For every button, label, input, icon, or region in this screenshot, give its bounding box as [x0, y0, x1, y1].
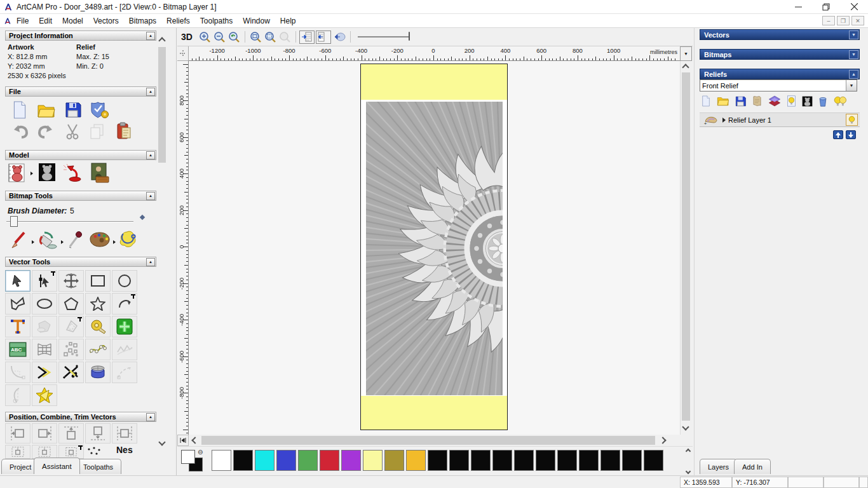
invert-relief-layer-icon[interactable] — [802, 96, 813, 107]
colour-swatch[interactable] — [536, 450, 555, 471]
primary-colour-swatch[interactable] — [181, 450, 195, 464]
text-on-curve-tool[interactable]: ABC — [5, 339, 31, 360]
assistant-scrollbar[interactable] — [158, 33, 167, 447]
ruler-origin-button[interactable] — [177, 46, 189, 61]
colour-swatch[interactable] — [320, 450, 339, 471]
scroll-down-icon[interactable] — [158, 438, 165, 445]
flyout-arrow-icon[interactable] — [32, 240, 34, 244]
distort-vectors-tool[interactable] — [32, 339, 57, 360]
open-relief-icon[interactable] — [717, 96, 729, 106]
palette-scroll-up-icon[interactable] — [686, 449, 691, 454]
menu-file[interactable]: File — [11, 15, 34, 27]
mdi-close-button[interactable]: ✕ — [851, 16, 864, 25]
fillet-tool[interactable] — [5, 362, 31, 383]
flyout-arrow-icon[interactable] — [61, 240, 64, 244]
scroll-right-icon[interactable] — [659, 437, 666, 444]
scroll-down-icon[interactable] — [682, 423, 689, 430]
align-bottom-tool[interactable] — [85, 423, 111, 444]
colour-swatch[interactable] — [622, 450, 642, 471]
nest-vectors-label[interactable]: Nes — [116, 445, 133, 455]
colour-picker-icon[interactable] — [67, 230, 84, 249]
toggle-vector-view-button[interactable] — [316, 30, 331, 44]
wrap-vectors-tool[interactable] — [32, 384, 57, 406]
restore-button[interactable] — [812, 0, 840, 13]
zoom-previous-icon[interactable] — [227, 30, 241, 44]
center-horizontal-tool[interactable] — [32, 445, 57, 459]
colour-swatch[interactable] — [514, 450, 534, 471]
model-properties-icon[interactable] — [90, 100, 109, 119]
create-polygon-tool[interactable] — [58, 293, 84, 315]
scroll-up-icon[interactable] — [158, 37, 165, 44]
colour-swatch[interactable] — [492, 450, 512, 471]
new-model-icon[interactable] — [11, 101, 28, 119]
nesting-dots-icon[interactable] — [86, 446, 103, 456]
2d-view-canvas[interactable] — [189, 61, 680, 435]
align-left-tool[interactable] — [5, 423, 31, 444]
delete-relief-layer-icon[interactable] — [818, 96, 827, 107]
collapse-panel-button[interactable]: ▲ — [849, 70, 858, 79]
envelope-distortion-tool[interactable] — [85, 362, 111, 383]
bitmap-doctor-icon[interactable] — [118, 230, 139, 249]
menu-model[interactable]: Model — [57, 15, 88, 27]
collapse-section-button[interactable]: ▲ — [146, 32, 155, 40]
smooth-spline-tool[interactable] — [112, 339, 137, 360]
colour-swatch[interactable] — [212, 450, 231, 471]
create-rectangle-tool[interactable] — [85, 270, 111, 292]
copy-icon[interactable] — [89, 123, 105, 140]
tab-add-in[interactable]: Add In — [734, 459, 771, 474]
move-layer-up-button[interactable] — [833, 130, 843, 139]
mdi-restore-button[interactable]: ❐ — [837, 16, 850, 25]
colour-swatch[interactable] — [276, 450, 296, 471]
menu-reliefs[interactable]: Reliefs — [161, 15, 195, 27]
zoom-objects-icon[interactable] — [263, 30, 278, 44]
ruler-units-dropdown[interactable]: ▼ — [680, 46, 692, 61]
relief-layers-icon[interactable] — [768, 95, 781, 107]
transform-vectors-tool[interactable] — [58, 270, 84, 292]
collapse-section-button[interactable]: ▲ — [146, 88, 155, 96]
relief-layer-row[interactable]: + Relief Layer 1 — [700, 112, 860, 127]
link-colours-icon[interactable]: ⊖ — [198, 449, 203, 456]
colour-swatch[interactable] — [384, 450, 404, 471]
primary-secondary-colour-selector[interactable]: ⊖ — [181, 450, 207, 473]
reliefs-panel-header[interactable]: Reliefs ▲ — [700, 69, 860, 79]
scrollbar-thumb[interactable] — [201, 436, 655, 445]
relief-selector-dropdown[interactable]: Front Relief ▼ — [700, 79, 857, 92]
canvas-vertical-scrollbar[interactable] — [680, 61, 691, 435]
menu-edit[interactable]: Edit — [34, 15, 57, 27]
position-combine-trim-header[interactable]: Position, Combine, Trim Vectors ▲ — [5, 412, 156, 422]
bitmaps-panel-header[interactable]: Bitmaps ▼ — [700, 49, 860, 60]
bitmap-tools-header[interactable]: Bitmap Tools ▲ — [5, 191, 156, 201]
flyout-arrow-icon[interactable] — [113, 240, 116, 244]
colour-swatch[interactable] — [471, 450, 491, 471]
ruler-toggle-button[interactable] — [177, 435, 189, 446]
zoom-selection-icon[interactable] — [278, 30, 292, 44]
create-polyline-tool[interactable] — [5, 293, 31, 315]
paste-icon[interactable] — [116, 122, 132, 140]
minimize-button[interactable] — [784, 0, 812, 13]
colour-swatch[interactable] — [557, 450, 577, 471]
tab-layers[interactable]: Layers — [700, 459, 737, 474]
set-model-size-icon[interactable] — [8, 163, 27, 183]
zoom-in-icon[interactable] — [198, 30, 212, 44]
create-star-tool[interactable] — [85, 293, 111, 315]
menu-bitmaps[interactable]: Bitmaps — [124, 15, 161, 27]
redo-icon[interactable] — [37, 125, 53, 139]
center-vectors-tool[interactable] — [112, 423, 137, 444]
collapse-section-button[interactable]: ▲ — [146, 192, 155, 200]
colour-swatch[interactable] — [644, 450, 663, 471]
toggle-bitmap-view-button[interactable] — [299, 30, 315, 44]
create-text-tool[interactable] — [5, 316, 31, 337]
spline-tools-tool[interactable] — [112, 362, 137, 383]
paint-brush-icon[interactable] — [10, 231, 28, 249]
menu-toolpaths[interactable]: Toolpaths — [195, 15, 238, 27]
brush-diameter-slider-track[interactable] — [6, 221, 133, 222]
scrollbar-thumb[interactable] — [682, 72, 690, 421]
previous-view-icon[interactable] — [332, 30, 347, 44]
move-layer-down-button[interactable] — [846, 130, 856, 139]
center-in-page-tool[interactable] — [5, 445, 31, 459]
model-section-header[interactable]: Model ▲ — [5, 150, 156, 160]
create-ellipse-tool[interactable] — [32, 293, 57, 315]
section-vectors-tool[interactable] — [5, 384, 31, 406]
paste-along-curve-tool[interactable] — [58, 339, 84, 360]
colour-swatch[interactable] — [449, 450, 469, 471]
